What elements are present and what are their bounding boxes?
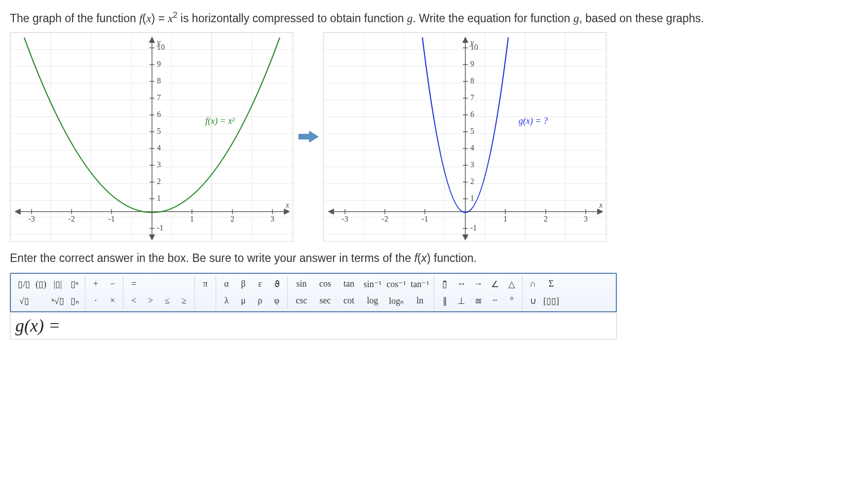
svg-text:1: 1 xyxy=(157,194,161,202)
tb-sqrt[interactable]: √▯ xyxy=(16,293,33,309)
tb-acos[interactable]: cos⁻¹ xyxy=(384,276,408,292)
svg-text:7: 7 xyxy=(157,93,161,102)
tb-fraction[interactable]: ▯/▯ xyxy=(16,276,33,292)
tb-cap[interactable]: ∩ xyxy=(525,276,541,292)
svg-text:1: 1 xyxy=(190,215,194,223)
svg-text:-1: -1 xyxy=(421,215,428,223)
tb-minus[interactable]: − xyxy=(104,276,121,292)
svg-text:3: 3 xyxy=(270,215,274,223)
tb-perp[interactable]: ⊥ xyxy=(453,293,470,309)
tb-sin[interactable]: sin xyxy=(290,276,313,292)
tb-beta[interactable]: β xyxy=(235,276,252,292)
svg-text:3: 3 xyxy=(584,215,588,223)
svg-text:7: 7 xyxy=(470,93,474,102)
tb-csc[interactable]: csc xyxy=(290,293,313,309)
tb-asin[interactable]: sin⁻¹ xyxy=(361,276,384,292)
tb-lt[interactable]: < xyxy=(125,293,142,309)
tb-sim[interactable]: ~ xyxy=(487,293,503,309)
transform-arrow-icon xyxy=(299,129,318,144)
tb-eq[interactable]: = xyxy=(125,276,142,292)
svg-text:5: 5 xyxy=(470,127,474,135)
tb-times[interactable]: × xyxy=(104,293,121,309)
svg-text:9: 9 xyxy=(157,60,161,68)
tb-darrow[interactable]: ↔ xyxy=(453,276,470,292)
svg-text:1: 1 xyxy=(470,194,474,202)
svg-marker-2 xyxy=(284,209,289,214)
svg-text:10: 10 xyxy=(157,43,165,51)
graphs-container: y x -3-2-1 123 1098 765 432 1-1 xyxy=(10,32,858,242)
tb-bar[interactable]: ▯̄ xyxy=(436,276,453,292)
svg-text:10: 10 xyxy=(470,43,478,51)
tb-alpha[interactable]: α xyxy=(218,276,235,292)
tb-ln[interactable]: ln xyxy=(408,293,432,309)
svg-text:2: 2 xyxy=(470,177,474,185)
tb-nroot[interactable]: ⁿ√▯ xyxy=(49,293,66,309)
tb-cos[interactable]: cos xyxy=(313,276,337,292)
tb-cong[interactable]: ≅ xyxy=(470,293,487,309)
svg-text:2: 2 xyxy=(544,215,548,223)
tb-pi[interactable]: π xyxy=(197,276,214,292)
svg-text:-2: -2 xyxy=(381,215,388,223)
svg-text:6: 6 xyxy=(470,110,474,118)
tb-rho[interactable]: ρ xyxy=(252,293,268,309)
x-axis-label: x xyxy=(599,201,603,209)
function-label-g: g(x) = ? xyxy=(519,116,548,126)
tb-sec[interactable]: sec xyxy=(313,293,337,309)
svg-marker-43 xyxy=(598,209,603,214)
tb-cup[interactable]: ∪ xyxy=(525,293,541,309)
svg-text:-1: -1 xyxy=(157,223,163,232)
svg-marker-4 xyxy=(150,37,154,42)
svg-text:1: 1 xyxy=(503,215,507,223)
svg-text:3: 3 xyxy=(157,160,161,169)
tb-triangle[interactable]: △ xyxy=(503,276,520,292)
tb-theta[interactable]: ϑ xyxy=(268,276,285,292)
tb-subscript[interactable]: ▯ₙ xyxy=(66,293,83,309)
tb-ge[interactable]: ≥ xyxy=(176,293,192,309)
tb-matrix[interactable]: [▯▯] xyxy=(541,293,561,309)
svg-text:-3: -3 xyxy=(28,215,35,223)
graph-g: y x -3-2-1 123 1098 765 432 1-1 xyxy=(323,32,607,242)
tb-superscript[interactable]: ▯ⁿ xyxy=(66,276,83,292)
answer-input[interactable]: g(x) = xyxy=(10,312,617,339)
svg-text:-3: -3 xyxy=(341,215,348,223)
tb-rarrow[interactable]: → xyxy=(470,276,487,292)
tb-cot[interactable]: cot xyxy=(337,293,361,309)
svg-text:8: 8 xyxy=(157,76,161,85)
tb-phi[interactable]: φ xyxy=(268,293,285,309)
tb-abs[interactable]: |▯| xyxy=(49,276,66,292)
svg-text:9: 9 xyxy=(470,60,474,68)
svg-marker-3 xyxy=(15,209,20,214)
tb-logn[interactable]: logₙ xyxy=(384,293,408,309)
tb-parallel[interactable]: ∥ xyxy=(436,293,453,309)
instruction-text: Enter the correct answer in the box. Be … xyxy=(10,252,858,265)
svg-text:6: 6 xyxy=(157,110,161,118)
tb-atan[interactable]: tan⁻¹ xyxy=(408,276,432,292)
tb-sum[interactable]: Σ xyxy=(541,276,561,292)
tb-paren[interactable]: (▯) xyxy=(33,276,49,292)
tb-angle[interactable]: ∠ xyxy=(487,276,503,292)
tb-lambda[interactable]: λ xyxy=(218,293,235,309)
graph-f: y x -3-2-1 123 1098 765 432 1-1 xyxy=(10,32,294,242)
question-text: The graph of the function f(x) = x2 is h… xyxy=(10,10,858,26)
tb-dot[interactable]: · xyxy=(87,293,104,309)
tb-plus[interactable]: + xyxy=(87,276,104,292)
svg-text:-1: -1 xyxy=(470,223,477,232)
math-toolbar: ▯/▯ √▯ (▯) |▯| ⁿ√▯ ▯ⁿ ▯ₙ + · − × = < > ≤… xyxy=(10,273,617,312)
svg-marker-46 xyxy=(463,235,468,240)
tb-eps[interactable]: ε xyxy=(252,276,268,292)
tb-tan[interactable]: tan xyxy=(337,276,361,292)
svg-marker-44 xyxy=(329,209,334,214)
tb-log[interactable]: log xyxy=(361,293,384,309)
tb-mu[interactable]: μ xyxy=(235,293,252,309)
svg-text:-2: -2 xyxy=(68,215,75,223)
tb-gt[interactable]: > xyxy=(142,293,159,309)
svg-marker-40 xyxy=(299,131,318,142)
svg-text:4: 4 xyxy=(157,144,161,152)
tb-degree[interactable]: ° xyxy=(503,293,520,309)
svg-text:8: 8 xyxy=(470,76,474,85)
svg-text:-1: -1 xyxy=(108,215,114,223)
function-label-f: f(x) = x² xyxy=(205,116,235,126)
svg-marker-45 xyxy=(463,37,468,42)
tb-le[interactable]: ≤ xyxy=(159,293,176,309)
svg-text:5: 5 xyxy=(157,127,161,135)
